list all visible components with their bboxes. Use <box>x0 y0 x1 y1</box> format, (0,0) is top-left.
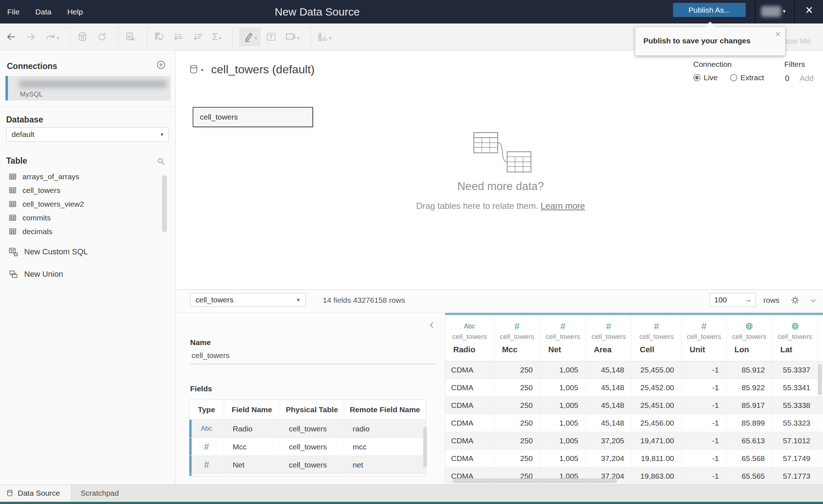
name-value[interactable]: cell_towers <box>192 351 230 360</box>
field-row-radio[interactable]: AbcRadiocell_towersradio <box>189 420 426 438</box>
grid-data-row[interactable]: CDMA2501,00545,14825,456.00-185.89955.33… <box>445 414 823 432</box>
grid-header-table-name: cell_towers <box>682 333 726 341</box>
learn-more-link[interactable]: Learn more <box>541 201 585 211</box>
user-avatar[interactable] <box>761 6 781 17</box>
grid-horizontal-scrollbar[interactable] <box>453 478 617 483</box>
menu-data[interactable]: Data <box>35 8 51 16</box>
grid-header-mcc[interactable]: #cell_towersMcc <box>494 315 540 361</box>
close-window-icon[interactable]: × <box>805 3 813 18</box>
grid-data-row[interactable]: CDMA2501,00537,20519,471.00-165.61357.10… <box>445 432 823 450</box>
grid-data-row[interactable]: CDMA2501,00545,14825,452.00-185.92255.33… <box>445 379 823 397</box>
tooltip-close-icon[interactable]: × <box>775 29 781 40</box>
table-node-cell-towers[interactable]: cell_towers <box>193 107 313 127</box>
table-list-item-decimals[interactable]: decimals <box>0 225 170 238</box>
sort-ascending-icon[interactable] <box>173 31 184 42</box>
fit-icon[interactable]: ▾ <box>285 31 300 42</box>
collapse-metadata-chevron-icon[interactable] <box>427 321 436 331</box>
collapse-preview-chevron-icon[interactable] <box>809 296 818 306</box>
new-union-button[interactable]: New Union <box>8 269 63 279</box>
grid-data-row[interactable]: CDMA2501,00545,14825,451.00-185.91755.33… <box>445 397 823 414</box>
grid-header-lat[interactable]: cell_towersLat <box>772 315 818 361</box>
datasource-cylinder-icon[interactable] <box>188 64 199 77</box>
datasource-caret-icon[interactable]: ▾ <box>201 67 203 73</box>
tab-data-source[interactable]: Data Source <box>0 485 71 501</box>
grid-header-radio[interactable]: Abccell_towersRadio <box>445 315 494 361</box>
grid-header-area[interactable]: #cell_towersArea <box>586 315 632 361</box>
database-select[interactable]: default ▾ <box>6 127 169 142</box>
table-list-item-cell_towers_view2[interactable]: cell_towers_view2 <box>0 197 170 211</box>
grid-header-net[interactable]: #cell_towersNet <box>540 315 586 361</box>
field-row-accent-bar <box>189 438 192 456</box>
apply-row-count-icon[interactable]: → <box>744 295 752 304</box>
table-list-item-arrays_of_arrays[interactable]: arrays_of_arrays <box>0 170 170 184</box>
add-connection-icon[interactable] <box>156 60 166 71</box>
grid-cell: CDMA <box>445 432 494 449</box>
table-list-item-cell_towers[interactable]: cell_towers <box>0 184 170 197</box>
table-icon <box>8 186 17 195</box>
grid-header-lon[interactable]: cell_towersLon <box>726 315 772 361</box>
live-radio[interactable]: Live <box>693 73 718 82</box>
toolbar-separator <box>118 27 119 47</box>
grid-cell: 65.613 <box>726 432 772 449</box>
clear-sheet-icon[interactable] <box>125 31 136 42</box>
grid-cell: 55.3337 <box>772 361 818 379</box>
extract-radio[interactable]: Extract <box>730 73 764 82</box>
table-list-item-commits[interactable]: commits <box>0 211 170 225</box>
fields-label: Fields <box>190 384 212 393</box>
totals-icon[interactable]: Σ▾ <box>212 31 222 42</box>
sidebar-divider <box>0 107 176 107</box>
number-type-icon: # <box>682 321 726 332</box>
connection-item[interactable]: MySQL <box>5 76 171 100</box>
number-type-icon: # <box>189 438 224 456</box>
table-list-scrollbar[interactable] <box>162 175 167 232</box>
show-mark-labels-icon[interactable]: ▾ <box>317 31 332 42</box>
preview-table-select-value: cell_towers <box>196 296 233 304</box>
preview-settings-gear-icon[interactable] <box>790 295 800 307</box>
menu-help[interactable]: Help <box>67 8 83 16</box>
text-label-icon[interactable] <box>266 31 277 42</box>
grid-cell: 85.899 <box>726 414 772 432</box>
title-bar: FileDataHelp New Data Source Publish As.… <box>0 0 823 23</box>
tab-scratchpad[interactable]: Scratchpad <box>71 485 128 501</box>
grid-cell: 85.922 <box>726 379 772 396</box>
filters-add-button[interactable]: Add <box>800 74 814 83</box>
highlight-icon[interactable]: ▾ <box>239 27 261 46</box>
grid-data-row[interactable]: CDMA2501,00537,20419,811.00-165.56857.17… <box>445 450 823 468</box>
table-list-item-label: decimals <box>22 227 52 236</box>
grid-header-cell[interactable]: #cell_towersCell <box>632 315 682 361</box>
grid-cell: -1 <box>682 379 726 396</box>
geographic-type-icon <box>726 321 772 332</box>
grid-cell: 250 <box>494 361 540 379</box>
grid-vertical-scrollbar[interactable] <box>818 364 822 395</box>
field-name-cell: Radio <box>224 420 280 438</box>
row-count-input[interactable] <box>710 293 744 306</box>
caret-down-icon: ▾ <box>297 35 300 41</box>
grid-header-unit[interactable]: #cell_towersUnit <box>682 315 726 361</box>
back-icon[interactable] <box>6 31 17 42</box>
field-row-mcc[interactable]: #Mcccell_towersmcc <box>189 438 426 456</box>
publish-as-button[interactable]: Publish As... <box>673 3 746 17</box>
menu-file[interactable]: File <box>7 8 20 16</box>
fields-table-scrollbar[interactable] <box>423 427 427 468</box>
user-menu-caret-icon[interactable]: ▾ <box>783 8 786 14</box>
forward-icon[interactable] <box>25 31 36 42</box>
grid-header-field-name: Area <box>586 345 631 354</box>
pause-updates-icon[interactable] <box>77 31 88 42</box>
radio-dot <box>695 76 699 79</box>
table-node-label: cell_towers <box>200 113 238 121</box>
grid-cell: 57.1012 <box>772 432 818 449</box>
fields-col-physical-table: Physical Table <box>280 400 344 419</box>
grid-data-row[interactable]: CDMA2501,00545,14825,455.00-185.91255.33… <box>445 361 823 379</box>
grid-cell: -1 <box>682 432 726 449</box>
swap-rows-columns-icon[interactable] <box>154 31 164 42</box>
grid-cell: 19,863.00 <box>632 468 682 484</box>
grid-cell: 250 <box>494 414 540 432</box>
grid-header-field-name: Lat <box>772 345 818 354</box>
preview-table-select[interactable]: cell_towers ▾ <box>190 293 306 307</box>
sort-descending-icon[interactable] <box>193 31 203 42</box>
field-row-net[interactable]: #Netcell_towersnet <box>189 456 426 474</box>
new-custom-sql-button[interactable]: New Custom SQL <box>8 247 88 257</box>
refresh-data-source-icon[interactable] <box>97 31 107 42</box>
search-tables-icon[interactable] <box>157 157 166 167</box>
redo-icon[interactable]: ▾ <box>45 31 59 42</box>
